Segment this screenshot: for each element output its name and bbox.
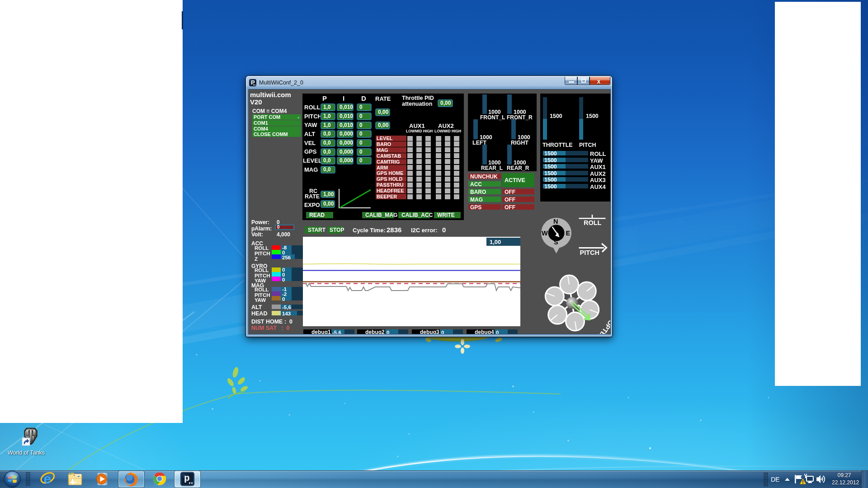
svg-text:PITCH: PITCH: [580, 249, 600, 256]
svg-text:e: e: [44, 471, 52, 486]
svg-text:p: p: [184, 473, 190, 483]
svg-text:ROLL: ROLL: [584, 219, 602, 226]
svg-text:E: E: [566, 230, 571, 237]
svg-text:W: W: [542, 230, 548, 237]
svg-text:N: N: [553, 218, 558, 225]
svg-text:DE: DE: [771, 476, 779, 483]
svg-text:S: S: [554, 239, 558, 246]
